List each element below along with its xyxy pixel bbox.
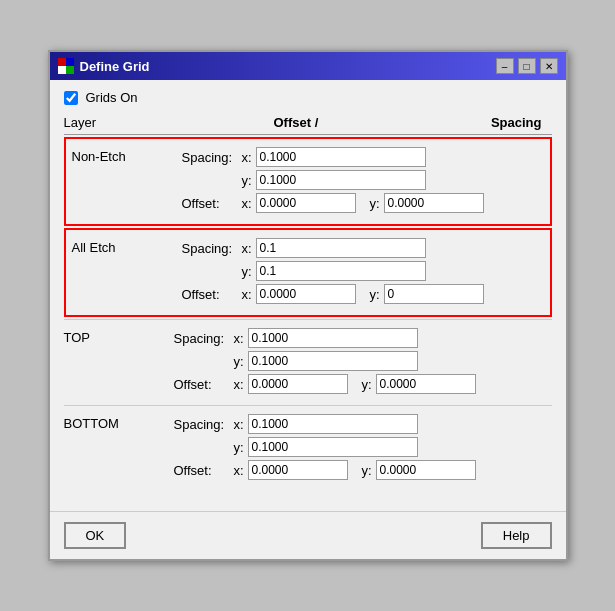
layer-section-non-etch: Non-Etch Spacing: x: y: Offset: x:: [64, 137, 552, 226]
dialog-content: Grids On Layer Offset / Spacing Non-Etch…: [50, 80, 566, 505]
layer-name-non-etch: Non-Etch: [72, 147, 182, 164]
non-etch-offset-y[interactable]: [384, 193, 484, 213]
header-offset: Offset /: [274, 115, 319, 130]
spacing-label-3: Spacing:: [174, 417, 226, 432]
app-icon: [58, 58, 74, 74]
svg-rect-1: [66, 58, 74, 66]
window-controls: – □ ✕: [496, 58, 558, 74]
layer-name-top: TOP: [64, 328, 174, 345]
offset-y-label-2: y:: [356, 377, 372, 392]
ok-button[interactable]: OK: [64, 522, 127, 549]
bottom-spacing-y[interactable]: [248, 437, 418, 457]
spacing-label-2: Spacing:: [174, 331, 226, 346]
minimize-button[interactable]: –: [496, 58, 514, 74]
spacing-label-0: Spacing:: [182, 150, 234, 165]
y-label-0: y:: [236, 173, 252, 188]
svg-rect-0: [58, 58, 66, 66]
x-label-3: x:: [228, 417, 244, 432]
window-title: Define Grid: [80, 59, 150, 74]
non-etch-offset-x[interactable]: [256, 193, 356, 213]
offset-label-2: Offset:: [174, 377, 226, 392]
title-bar: Define Grid – □ ✕: [50, 52, 566, 80]
x-label-0: x:: [236, 150, 252, 165]
grids-on-label: Grids On: [86, 90, 138, 105]
offset-y-label-3: y:: [356, 463, 372, 478]
offset-label-3: Offset:: [174, 463, 226, 478]
bottom-bar: OK Help: [50, 511, 566, 559]
top-offset-y[interactable]: [376, 374, 476, 394]
offset-x-label-3: x:: [228, 463, 244, 478]
header-spacing: Spacing: [491, 115, 542, 130]
spacing-label-1: Spacing:: [182, 241, 234, 256]
layer-name-bottom: BOTTOM: [64, 414, 174, 431]
all-etch-spacing-x[interactable]: [256, 238, 426, 258]
y-label-2: y:: [228, 354, 244, 369]
top-offset-x[interactable]: [248, 374, 348, 394]
bottom-spacing-x[interactable]: [248, 414, 418, 434]
grids-on-row: Grids On: [64, 90, 552, 105]
all-etch-spacing-y[interactable]: [256, 261, 426, 281]
non-etch-spacing-y[interactable]: [256, 170, 426, 190]
grids-on-checkbox[interactable]: [64, 91, 78, 105]
x-label-2: x:: [228, 331, 244, 346]
svg-rect-3: [66, 66, 74, 74]
define-grid-window: Define Grid – □ ✕ Grids On Layer Offset …: [48, 50, 568, 561]
bottom-offset-x[interactable]: [248, 460, 348, 480]
all-etch-offset-y[interactable]: [384, 284, 484, 304]
non-etch-spacing-x[interactable]: [256, 147, 426, 167]
layer-section-bottom: BOTTOM Spacing: x: y: Offset: x:: [64, 405, 552, 491]
bottom-offset-y[interactable]: [376, 460, 476, 480]
x-label-1: x:: [236, 241, 252, 256]
all-etch-offset-x[interactable]: [256, 284, 356, 304]
layer-section-all-etch: All Etch Spacing: x: y: Offset: x:: [64, 228, 552, 317]
svg-rect-2: [58, 66, 66, 74]
offset-label-0: Offset:: [182, 196, 234, 211]
maximize-button[interactable]: □: [518, 58, 536, 74]
offset-x-label-0: x:: [236, 196, 252, 211]
help-button[interactable]: Help: [481, 522, 552, 549]
layer-name-all-etch: All Etch: [72, 238, 182, 255]
offset-y-label-1: y:: [364, 287, 380, 302]
header-layer: Layer: [64, 115, 174, 130]
offset-label-1: Offset:: [182, 287, 234, 302]
offset-x-label-2: x:: [228, 377, 244, 392]
top-spacing-x[interactable]: [248, 328, 418, 348]
close-button[interactable]: ✕: [540, 58, 558, 74]
y-label-3: y:: [228, 440, 244, 455]
offset-x-label-1: x:: [236, 287, 252, 302]
top-spacing-y[interactable]: [248, 351, 418, 371]
table-header: Layer Offset / Spacing: [64, 115, 552, 135]
layer-section-top: TOP Spacing: x: y: Offset: x:: [64, 319, 552, 405]
y-label-1: y:: [236, 264, 252, 279]
offset-y-label-0: y:: [364, 196, 380, 211]
